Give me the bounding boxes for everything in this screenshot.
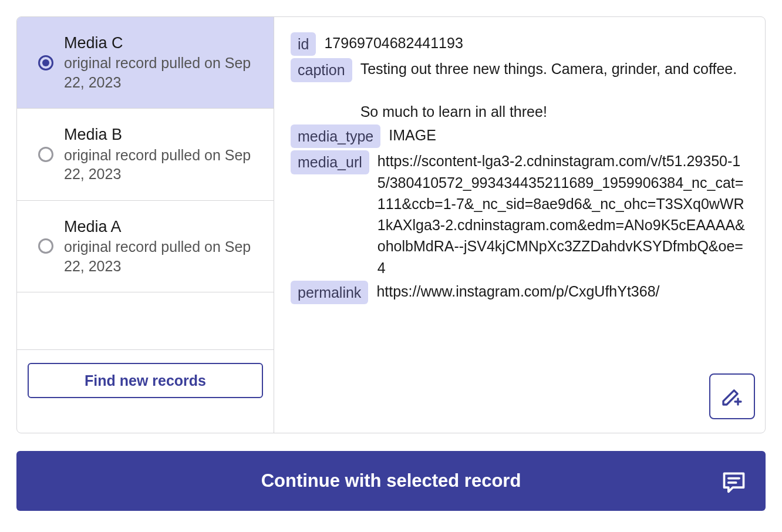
record-panel: Media C original record pulled on Sep 22… <box>16 16 766 433</box>
record-subtitle: original record pulled on Sep 22, 2023 <box>64 146 258 184</box>
radio-icon <box>38 55 53 70</box>
comment-button[interactable] <box>715 464 753 501</box>
field-key: media_type <box>291 124 380 148</box>
record-title: Media A <box>64 217 258 236</box>
pencil-plus-icon <box>720 384 744 409</box>
continue-button[interactable]: Continue with selected record <box>16 451 766 511</box>
field-row-media-url: media_url https://scontent-lga3-2.cdnins… <box>291 150 750 278</box>
field-value: 17969704682441193 <box>324 32 463 53</box>
record-title: Media C <box>64 33 258 52</box>
radio-icon <box>38 147 53 162</box>
field-value: https://scontent-lga3-2.cdninstagram.com… <box>377 150 750 278</box>
comment-icon <box>721 469 747 497</box>
record-item-media-c[interactable]: Media C original record pulled on Sep 22… <box>17 17 274 109</box>
record-sidebar: Media C original record pulled on Sep 22… <box>17 17 274 433</box>
field-value: Testing out three new things. Camera, gr… <box>360 58 737 122</box>
record-text: Media B original record pulled on Sep 22… <box>64 125 258 183</box>
find-button-wrap: Find new records <box>17 350 274 411</box>
field-key: caption <box>291 58 352 82</box>
record-subtitle: original record pulled on Sep 22, 2023 <box>64 237 258 275</box>
field-row-media-type: media_type IMAGE <box>291 124 750 148</box>
record-subtitle: original record pulled on Sep 22, 2023 <box>64 53 258 92</box>
record-item-media-b[interactable]: Media B original record pulled on Sep 22… <box>17 109 274 200</box>
record-list-spacer <box>17 292 274 350</box>
record-title: Media B <box>64 125 258 144</box>
field-row-caption: caption Testing out three new things. Ca… <box>291 58 750 122</box>
field-key: id <box>291 32 316 56</box>
edit-add-button[interactable] <box>709 373 755 419</box>
radio-icon <box>38 238 53 254</box>
field-key: permalink <box>291 281 368 304</box>
find-new-records-button[interactable]: Find new records <box>28 363 263 398</box>
field-value: https://www.instagram.com/p/CxgUfhYt368/ <box>376 281 659 302</box>
field-row-id: id 17969704682441193 <box>291 32 750 56</box>
record-text: Media A original record pulled on Sep 22… <box>64 217 258 275</box>
record-item-media-a[interactable]: Media A original record pulled on Sep 22… <box>17 201 274 292</box>
record-list: Media C original record pulled on Sep 22… <box>17 17 274 350</box>
field-value: IMAGE <box>389 124 436 146</box>
field-row-permalink: permalink https://www.instagram.com/p/Cx… <box>291 281 750 304</box>
record-detail: id 17969704682441193 caption Testing out… <box>274 17 765 433</box>
record-text: Media C original record pulled on Sep 22… <box>64 33 258 92</box>
field-key: media_url <box>291 150 369 174</box>
